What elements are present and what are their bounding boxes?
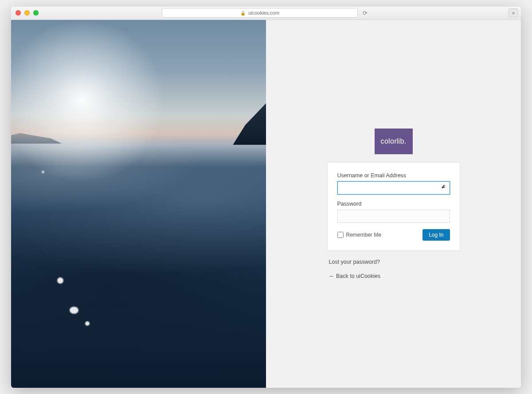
hero-image-detail [233,101,266,145]
hero-image-detail [42,171,44,173]
back-to-site-text: Back to uiCookies [336,273,380,279]
back-arrow-icon: ← [329,273,335,279]
secondary-links: Lost your password? ←Back to uiCookies [327,259,460,287]
new-tab-button[interactable]: + [509,8,518,17]
hero-image-detail [70,307,78,314]
hero-image-detail [57,277,63,284]
hero-image-detail [85,321,90,326]
reload-button[interactable]: ⟳ [360,8,370,18]
login-button[interactable]: Log In [422,229,450,241]
minimize-window-button[interactable] [24,10,30,16]
titlebar: 🔒 uicookies.com ⟳ + [11,7,521,20]
username-label: Username or Email Address [337,172,450,179]
remember-me[interactable]: Remember Me [337,232,381,238]
password-field-wrap [337,210,450,223]
browser-window: 🔒 uicookies.com ⟳ + colorlib. Username o… [11,7,521,388]
address-url: uicookies.com [248,10,279,16]
page-content: colorlib. Username or Email Address Pass… [11,20,521,388]
window-controls [16,10,39,16]
zoom-window-button[interactable] [33,10,39,16]
username-input[interactable] [337,181,450,195]
password-input[interactable] [337,210,450,223]
brand-logo[interactable]: colorlib. [375,129,413,154]
form-footer-row: Remember Me Log In [337,229,450,241]
address-bar-container: 🔒 uicookies.com ⟳ [162,8,370,18]
back-to-site-link[interactable]: ←Back to uiCookies [329,273,458,279]
close-window-button[interactable] [16,10,21,16]
password-label: Password [337,201,450,207]
remember-me-label: Remember Me [346,232,381,238]
lock-icon: 🔒 [240,11,246,16]
lost-password-link[interactable]: Lost your password? [329,259,458,265]
remember-me-checkbox[interactable] [337,232,344,238]
login-panel: colorlib. Username or Email Address Pass… [266,20,521,388]
hero-image-detail [11,132,62,144]
hero-image [11,20,266,388]
username-field-wrap [337,181,450,195]
brand-logo-text: colorlib. [381,137,407,145]
address-bar[interactable]: 🔒 uicookies.com [162,8,358,18]
login-form: Username or Email Address Password Remem… [327,162,460,251]
